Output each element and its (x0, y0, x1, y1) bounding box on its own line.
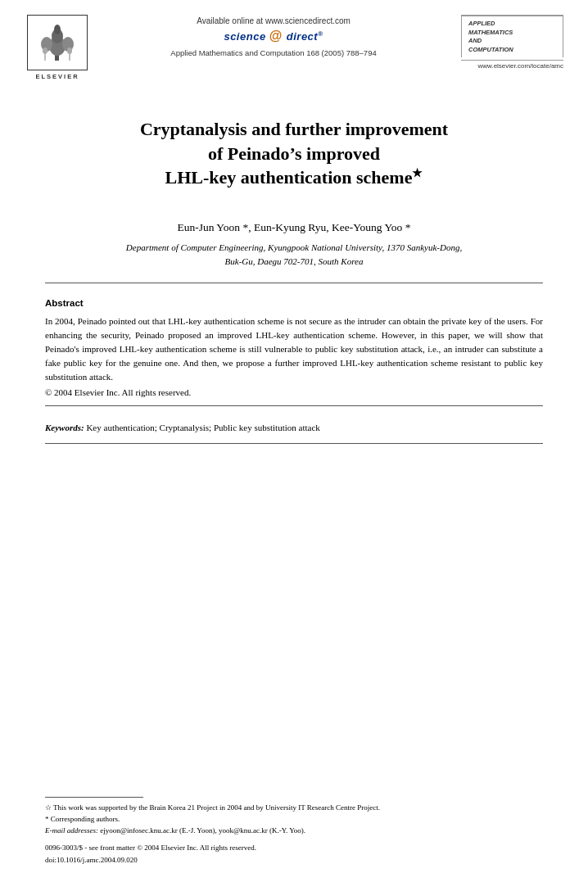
doi-text: doi:10.1016/j.amc.2004.09.020 (45, 854, 543, 866)
keywords-text: Keywords: Key authentication; Cryptanaly… (45, 421, 543, 435)
journal-logo-box: APPLIEDMATHEMATICSANDCOMPUTATION (461, 16, 563, 57)
email-label: E-mail addresses: (45, 826, 98, 835)
footnotes-section: ☆ This work was supported by the Brain K… (45, 797, 543, 837)
available-online-text: Available online at www.sciencedirect.co… (197, 16, 351, 25)
bottom-divider (461, 60, 563, 61)
page: ELSEVIER Available online at www.science… (0, 0, 588, 882)
keywords-terms: Key authentication; Cryptanalysis; Publi… (86, 423, 319, 432)
svg-point-3 (54, 25, 61, 34)
authors: Eun-Jun Yoon *, Eun-Kyung Ryu, Kee-Young… (45, 221, 543, 234)
abstract-title: Abstract (45, 298, 543, 308)
footnote-corresponding: * Corresponding authors. (45, 814, 543, 825)
doi-section: 0096-3003/$ - see front matter © 2004 El… (45, 842, 543, 866)
title-section: Cryptanalysis and further improvement of… (45, 88, 543, 206)
svg-point-8 (43, 47, 47, 54)
email2-name: (K.-Y. Yoo). (269, 826, 305, 835)
journal-info: Applied Mathematics and Computation 168 … (170, 48, 376, 57)
header: ELSEVIER Available online at www.science… (0, 0, 588, 88)
affiliation-line1: Department of Computer Engineering, Kyun… (126, 242, 462, 252)
email1-name: (E.-J. Yoon), (179, 826, 217, 835)
footnote-divider (45, 797, 143, 798)
journal-logo-text: APPLIEDMATHEMATICSANDCOMPUTATION (468, 20, 556, 54)
issn-text: 0096-3003/$ - see front matter © 2004 El… (45, 842, 543, 853)
footnote-star-note: ☆ This work was supported by the Brain K… (45, 803, 543, 814)
star-superscript: ★ (412, 167, 423, 179)
journal-name: Applied Mathematics and Computation (170, 48, 304, 57)
science-text: science (224, 30, 265, 43)
elsevier-logo: ELSEVIER (25, 15, 90, 80)
affiliation-line2: Buk-Gu, Daegu 702-701, South Korea (225, 256, 364, 266)
main-content: Cryptanalysis and further improvement of… (0, 88, 588, 444)
header-center: Available online at www.sciencedirect.co… (98, 15, 449, 57)
email2: yook@knu.ac.kr (219, 826, 268, 835)
logo-box (27, 15, 88, 70)
registered-icon: ® (318, 30, 323, 38)
divider-bottom (45, 443, 543, 444)
copyright-text: © 2004 Elsevier Inc. All rights reserved… (45, 387, 543, 397)
svg-point-6 (67, 47, 72, 54)
keywords-section: Keywords: Key authentication; Cryptanaly… (45, 421, 543, 435)
abstract-section: Abstract In 2004, Peinado pointed out th… (45, 298, 543, 397)
email1: ejyoon@infosec.knu.ac.kr (100, 826, 178, 835)
header-right: APPLIEDMATHEMATICSANDCOMPUTATION www.els… (457, 15, 563, 70)
divider-top (45, 283, 543, 283)
divider-keywords (45, 405, 543, 406)
footnote-email: E-mail addresses: ejyoon@infosec.knu.ac.… (45, 825, 543, 837)
sciencedirect-logo: science @ direct® (224, 29, 323, 43)
abstract-text: In 2004, Peinado pointed out that LHL-ke… (45, 314, 543, 384)
paper-title: Cryptanalysis and further improvement of… (61, 117, 527, 190)
website-url: www.elsevier.com/locate/amc (461, 62, 563, 70)
volume-number: 168 (2005) 788–794 (306, 48, 377, 57)
elsevier-text: ELSEVIER (35, 73, 79, 80)
direct-text: direct (287, 30, 318, 43)
elsevier-tree-icon (37, 21, 78, 64)
affiliation: Department of Computer Engineering, Kyun… (45, 241, 543, 268)
at-icon: @ (269, 29, 287, 43)
keywords-label: Keywords: (45, 423, 84, 432)
